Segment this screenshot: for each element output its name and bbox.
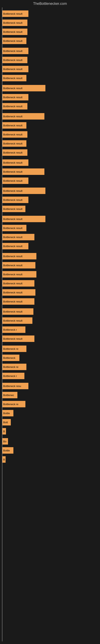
bar-item: Bottleneck result (2, 131, 27, 138)
bar-item: Bottleneck result (2, 262, 35, 268)
bar-label: B (3, 430, 5, 433)
bar-item: Bottleneck result (2, 75, 26, 81)
bar-label: Bottleneck r (3, 328, 17, 331)
bar-label: Bottleneck result (3, 12, 22, 15)
bar-item: Bottleneck r (2, 373, 24, 379)
bar-label: Bottleneck result (3, 105, 22, 108)
bar-label: Bottleneck r (3, 374, 17, 378)
bar-label: B (3, 458, 5, 461)
site-title: TheBottlenecker.com (0, 0, 100, 8)
bar-item: Bottleneck result (2, 317, 32, 324)
bar-item: Bott (2, 419, 11, 426)
bar-label: Bottleneck result (3, 151, 22, 154)
bar-label: Bottleneck result (3, 264, 22, 267)
bar-label: Bottleneck result (3, 255, 22, 258)
bar-item: Bottleneck result (2, 57, 27, 63)
bar-item: Bottle (2, 410, 13, 416)
bar-item: Bottleneck result (2, 122, 26, 128)
bar-item: Bottleneck result (2, 38, 26, 44)
bar-item: Bottleneck result (2, 336, 34, 342)
bar-item: Bottleneck result (2, 48, 28, 54)
bar-label: Bottleneck result (3, 77, 22, 80)
bar-item: Bottleneck re (2, 401, 25, 407)
bar-item: Bottle (2, 447, 13, 454)
bar-item: Bottleneck re (2, 346, 26, 352)
bar-label: Bottleneck result (3, 226, 22, 230)
bar-label: Bottleneck result (3, 142, 22, 145)
bar-label: Bottleneck result (3, 21, 22, 24)
bar-item: Bottleneck result (2, 298, 34, 305)
bar-item: Bottleneck result (2, 20, 27, 26)
bar-label: Bottleneck re (3, 403, 18, 406)
bar-item: Bottleneck result (2, 140, 26, 147)
bar-item: Bottleneck result (2, 216, 46, 222)
bar-item: Bottleneck result (2, 253, 36, 260)
bar-item: Bottleneck result (2, 225, 26, 231)
bar-label: Bo (3, 440, 6, 443)
bar-item: Bottleneck result (2, 188, 46, 194)
bar-label: Bottleneck result (3, 310, 22, 313)
bar-label: Bottleneck result (3, 87, 22, 90)
bar-label: Bottleneck result (3, 124, 22, 127)
bar-label: Bott (3, 421, 8, 424)
bar-label: Bottleneck result (3, 30, 22, 34)
bar-label: Bottleneck result (3, 273, 22, 276)
bar-label: Bottleneck result (3, 170, 22, 173)
bar-label: Bottleneck resu (3, 384, 21, 388)
bar-item: Bottleneck result (2, 160, 28, 166)
bar-label: Bottleneck result (3, 179, 22, 182)
bar-label: Bottleneck result (3, 50, 22, 52)
bar-label: Bottleneck result (3, 96, 22, 99)
bar-label: Bottle (3, 449, 10, 452)
bar-label: Bottleneck result (3, 300, 22, 303)
bar-label: Bottleneck result (3, 319, 22, 322)
bar-item: Bottleneck result (2, 168, 44, 175)
bar-label: Bottleneck re (3, 366, 18, 368)
bar-item: Bottleneck result (2, 94, 28, 100)
bar-item: Bottleneck result (2, 113, 44, 120)
bar-item: Bottleneck resu (2, 383, 28, 389)
bar-label: Bottleneck result (3, 337, 22, 340)
bar-label: Bottleneck result (3, 68, 22, 71)
bar-item: Bottleneck result (2, 234, 34, 240)
bar-label: Bottleneck result (3, 245, 22, 248)
bar-label: Bottleneck result (3, 190, 22, 192)
bar-label: Bottleneck result (3, 208, 22, 210)
chart-area: Bottleneck resultBottleneck resultBottle… (0, 8, 100, 642)
bar-item: Bo (2, 438, 8, 444)
bar-label: Bottleneck result (3, 40, 22, 42)
bar-item: Bottleneck result (2, 206, 25, 212)
bar-label: Bottleneck result (3, 161, 22, 164)
bar-item: Bottleneck (2, 354, 19, 361)
bar-item: Bottleneck result (2, 280, 34, 286)
bar-label: Bottleneck result (3, 218, 22, 220)
bar-item: Bottleneck result (2, 28, 27, 35)
bar-item: Bottleneck result (2, 308, 33, 315)
y-axis (2, 8, 2, 642)
bar-item: Bottleneck result (2, 243, 28, 249)
bar-item: B (2, 456, 6, 463)
bar-label: Bottleneck (3, 356, 15, 360)
bar-item: Bottleneck result (2, 85, 46, 91)
bar-item: Bottleneck result (2, 10, 28, 17)
bar-label: Bottleneck result (3, 133, 22, 136)
bar-item: Bottleneck result (2, 196, 28, 203)
bar-item: Bottleneck result (2, 178, 28, 184)
bar-item: Bottleneck result (2, 149, 27, 156)
bar-item: Bottleneck r (2, 326, 25, 333)
bar-label: Bottleneck result (3, 282, 22, 285)
bar-item: B (2, 428, 6, 434)
bar-label: Bottle (3, 412, 10, 415)
bar-item: Bottleneck result (2, 103, 27, 110)
bar-item: Bottleneck re (2, 364, 26, 370)
bar-item: Bottleneck result (2, 289, 35, 296)
bar-item: Bottleneck result (2, 66, 28, 72)
bar-label: Bottleneck result (3, 58, 22, 62)
bar-label: Bottlenec (3, 394, 14, 397)
bar-label: Bottleneck re (3, 347, 18, 350)
bar-item: Bottleneck result (2, 271, 36, 278)
bar-label: Bottleneck result (3, 198, 22, 202)
bar-label: Bottleneck result (3, 291, 22, 294)
bar-item: Bottlenec (2, 392, 17, 398)
bar-label: Bottleneck result (3, 115, 22, 118)
